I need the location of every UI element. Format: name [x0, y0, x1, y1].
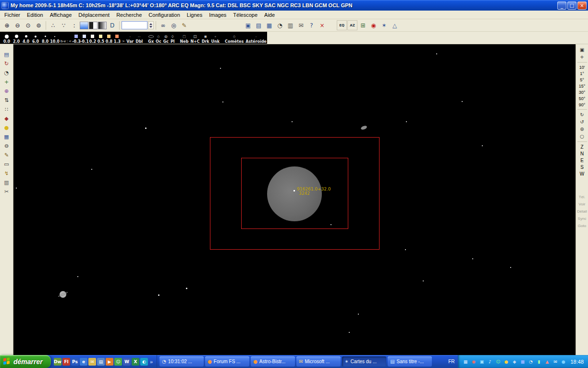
- nebula-cluster-toggle[interactable]: ⊡N+C: [189, 34, 200, 44]
- open-cluster-toggle[interactable]: ○Oc: [155, 34, 162, 44]
- tray-battery-icon[interactable]: ▮: [535, 358, 542, 365]
- telescope-button[interactable]: Tél.: [576, 193, 588, 201]
- default-zoom-button[interactable]: ⊚: [34, 20, 44, 30]
- sky-color-button[interactable]: [80, 22, 88, 29]
- fov-30deg-button[interactable]: 30°: [576, 89, 588, 95]
- quick-dreamweaver[interactable]: Dw: [54, 358, 61, 366]
- bv-step[interactable]: 0.5: [97, 34, 105, 44]
- lightning-icon[interactable]: ↯: [1, 169, 12, 178]
- star[interactable]: [406, 121, 407, 122]
- help-button[interactable]: ?: [306, 20, 317, 30]
- titlebar[interactable]: My home 2009-5-1 18h45m C: 10h25m -18°38…: [0, 0, 588, 11]
- east-button[interactable]: E: [576, 157, 588, 164]
- star[interactable]: [472, 258, 473, 259]
- zoom-in-button[interactable]: ⊕: [2, 20, 12, 30]
- unknown-object-toggle[interactable]: ▫Unk: [210, 34, 221, 44]
- dark-nebula-toggle[interactable]: ■Drk: [201, 34, 210, 44]
- star[interactable]: [405, 249, 406, 250]
- close-button[interactable]: ×: [577, 1, 587, 10]
- moon[interactable]: [267, 166, 322, 221]
- identify-button[interactable]: ◎: [169, 20, 179, 30]
- magnitude-step[interactable]: 10.0: [50, 34, 60, 44]
- tray-network-icon[interactable]: ▣: [478, 358, 485, 365]
- star[interactable]: [482, 145, 483, 146]
- flip-icon[interactable]: ⇅: [1, 96, 12, 105]
- quick-outlook[interactable]: ✉: [88, 358, 96, 366]
- full-circle-icon[interactable]: ○: [577, 133, 588, 140]
- sky-chart[interactable]: 916261.0+32.03242: [13, 44, 576, 355]
- tray-shield-icon[interactable]: ▲: [543, 358, 551, 365]
- send-button[interactable]: ✉: [296, 20, 306, 30]
- asteroid-toggle[interactable]: ·Astéroïde: [245, 34, 268, 44]
- bv-step[interactable]: 1.3: [113, 34, 121, 44]
- constellation-lines-button[interactable]: ✶: [379, 20, 389, 30]
- start-button[interactable]: démarrer: [0, 355, 51, 368]
- task-astro-bistro[interactable]: ●Astro-Bistr...: [251, 356, 295, 367]
- print-button[interactable]: ▥: [285, 20, 295, 30]
- save-button[interactable]: ▣: [243, 20, 253, 30]
- nebula-toggle[interactable]: □Neb: [179, 34, 190, 44]
- minimize-button[interactable]: _: [557, 1, 566, 10]
- exit-button[interactable]: ×: [317, 20, 327, 30]
- star[interactable]: [222, 102, 223, 102]
- zoom-area-button[interactable]: ⊙: [23, 20, 33, 30]
- chart-info-icon[interactable]: ▤: [1, 50, 12, 59]
- marker-icon[interactable]: ◆: [1, 114, 12, 123]
- planetary-nebula-toggle[interactable]: ◊Pl: [170, 34, 176, 44]
- tray-display-icon[interactable]: ▦: [462, 358, 469, 365]
- bv-step[interactable]: -0.1: [80, 34, 88, 44]
- zoom-out-button[interactable]: ⊖: [12, 20, 23, 30]
- star[interactable]: [436, 53, 437, 54]
- grid-overlay-button[interactable]: ⊞: [358, 20, 368, 30]
- magnitude-step[interactable]: 8.0: [40, 34, 50, 44]
- menu-telescope[interactable]: Télescope: [230, 12, 261, 18]
- night-vision-button[interactable]: [89, 22, 98, 29]
- zenith-button[interactable]: Z: [576, 143, 588, 150]
- task-clock[interactable]: ◔10:31:02 ...: [159, 356, 204, 367]
- magnitude-step[interactable]: 6.0: [31, 34, 40, 44]
- language-indicator[interactable]: FR: [445, 355, 458, 368]
- magnitude-step[interactable]: 4.0: [21, 34, 31, 44]
- goto-button[interactable]: Goto: [576, 222, 588, 229]
- quick-excel[interactable]: X: [132, 358, 139, 366]
- menu-edition[interactable]: Edition: [24, 12, 47, 18]
- search-button[interactable]: ∞: [158, 20, 168, 30]
- tray-volume-icon[interactable]: ♪: [486, 358, 493, 365]
- menu-affichage[interactable]: Affichage: [47, 12, 75, 18]
- menu-lignes[interactable]: Lignes: [184, 12, 206, 18]
- west-button[interactable]: W: [576, 170, 588, 177]
- constellation-figure-button[interactable]: △: [390, 20, 400, 30]
- voir-button[interactable]: Voir: [576, 201, 588, 208]
- menu-images[interactable]: Images: [206, 12, 230, 18]
- detail-button[interactable]: Détail: [576, 208, 588, 215]
- data-grid-icon[interactable]: ▦: [1, 132, 12, 141]
- fov-50deg-button[interactable]: 50°: [576, 95, 588, 102]
- clock-button[interactable]: ◔: [275, 20, 285, 30]
- star[interactable]: [186, 288, 187, 289]
- negative-view-button[interactable]: [98, 22, 107, 29]
- info-panel-icon[interactable]: ▣: [577, 46, 588, 53]
- printer-icon[interactable]: ▥: [1, 178, 12, 187]
- quick-messenger[interactable]: ☺: [114, 358, 122, 366]
- remove-circle-icon[interactable]: ⊖: [1, 141, 12, 151]
- star[interactable]: [292, 121, 293, 122]
- maximize-button[interactable]: □: [567, 1, 576, 10]
- star[interactable]: [91, 169, 92, 170]
- coordinates-icon[interactable]: ⊕: [1, 87, 12, 96]
- center-object-icon[interactable]: ⊛: [577, 126, 588, 133]
- star[interactable]: [220, 68, 221, 69]
- star[interactable]: [77, 276, 78, 277]
- tray-update-icon[interactable]: ●: [502, 358, 510, 365]
- chevron-right-icon[interactable]: »: [149, 359, 154, 365]
- star-density-icon[interactable]: ∷: [1, 105, 12, 114]
- north-button[interactable]: N: [576, 150, 588, 157]
- pencil-icon[interactable]: ✎: [1, 151, 12, 160]
- star[interactable]: [423, 280, 424, 281]
- star[interactable]: [349, 332, 350, 333]
- calendar-button[interactable]: ▦: [264, 20, 274, 30]
- tray-sound-icon[interactable]: ●: [560, 358, 567, 365]
- bv-step[interactable]: 0.8: [105, 34, 113, 44]
- menu-aide[interactable]: Aide: [261, 12, 278, 18]
- fov-input[interactable]: [122, 21, 147, 29]
- menu-configuration[interactable]: Configuration: [145, 12, 183, 18]
